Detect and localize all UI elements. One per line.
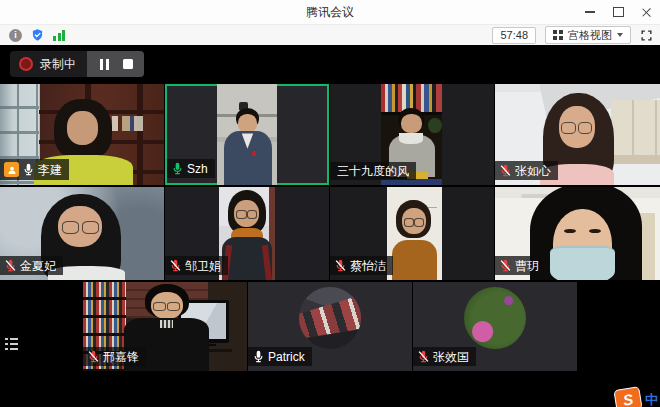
video-tile[interactable]: Patrick [248,282,412,371]
member-list-handle[interactable] [5,333,21,353]
participant-label: 张效国 [413,347,476,366]
meeting-toolbar: i 57:48 宫格视图 [0,25,660,46]
fullscreen-button[interactable] [640,29,653,42]
host-badge-icon [4,162,19,177]
video-tile[interactable]: 蔡怡洁 [330,187,494,280]
video-tile[interactable]: 邹卫娟 [165,187,329,280]
meeting-info-icon[interactable]: i [9,29,22,42]
minimize-button[interactable] [576,0,604,24]
security-shield-icon[interactable] [31,28,44,42]
participant-name: 邢嘉锋 [103,351,139,363]
chevron-down-icon [617,33,623,37]
participant-name: 蔡怡洁 [350,260,386,272]
pause-icon [100,59,103,70]
record-dot-icon [19,57,33,71]
stop-recording-button[interactable] [123,59,133,69]
grid-view-button[interactable]: 宫格视图 [545,26,631,44]
mic-muted-icon [499,259,512,272]
video-tile[interactable]: 曹玥 [495,187,660,280]
fullscreen-icon [640,29,653,42]
stop-icon [123,59,133,69]
video-tile[interactable]: Szh [165,84,329,185]
window-controls [576,0,660,24]
participant-name: 三十九度的风 [337,165,409,177]
maximize-button[interactable] [604,0,632,24]
participant-label: 曹玥 [495,256,546,275]
video-tile[interactable]: 三十九度的风 [330,84,494,185]
participant-label: 张如心 [495,161,558,180]
video-tile[interactable]: 邢嘉锋 [83,282,247,371]
mic-muted-icon [4,259,17,272]
window-title: 腾讯会议 [0,4,660,21]
participant-name: 金夏妃 [20,260,56,272]
recording-bar: 录制中 [10,51,144,77]
participant-label: Patrick [248,347,312,366]
avatar [464,287,526,349]
participant-name: 张如心 [515,165,551,177]
participant-name: 张效国 [433,351,469,363]
minimize-icon [585,11,595,12]
avatar [299,287,361,349]
participant-label: 三十九度的风 [330,162,416,180]
toolbar-left: i [9,28,65,42]
mic-muted-icon [87,350,100,363]
video-tile[interactable]: 金夏妃 [0,187,164,280]
participant-label: 李建 [0,159,69,180]
meeting-timer: 57:48 [492,27,536,44]
recording-label: 录制中 [40,56,76,73]
close-button[interactable] [632,0,660,24]
mic-icon [252,350,265,363]
participant-label: 邢嘉锋 [83,347,146,366]
participant-name: 李建 [38,164,62,176]
close-icon [641,7,652,18]
mic-muted-icon [334,259,347,272]
recording-status: 录制中 [10,51,87,77]
participant-label: 邹卫娟 [165,256,228,275]
participant-name: 曹玥 [515,260,539,272]
video-tile[interactable]: 张效国 [413,282,577,371]
ime-indicator[interactable]: S 中 [615,388,658,407]
participant-label: 金夏妃 [0,256,63,275]
participant-name: Patrick [268,351,305,363]
participant-name: Szh [187,163,208,175]
mic-icon [171,162,184,175]
meeting-window: 腾讯会议 i 57:48 宫格视图 [0,0,660,407]
participant-name: 邹卫娟 [185,260,221,272]
mic-muted-icon [169,259,182,272]
toolbar-right: 57:48 宫格视图 [492,26,653,44]
grid-view-icon [553,30,563,40]
sogou-input-icon[interactable]: S [613,386,642,407]
grid-view-label: 宫格视图 [568,29,612,42]
maximize-icon [613,7,624,17]
participant-label: Szh [167,159,215,178]
pause-recording-button[interactable] [98,59,110,70]
list-icon [5,338,18,340]
mic-icon [22,163,35,176]
recording-controls [87,51,144,77]
mic-muted-icon [499,164,512,177]
title-bar: 腾讯会议 [0,0,660,25]
video-tile[interactable]: 张如心 [495,84,660,185]
video-tile[interactable]: 李建 [0,84,164,185]
video-stage: 录制中 李建 Szh [0,45,660,407]
ime-language-indicator[interactable]: 中 [645,391,658,407]
mic-muted-icon [417,350,430,363]
participant-label: 蔡怡洁 [330,256,393,275]
network-signal-icon[interactable] [53,29,65,41]
